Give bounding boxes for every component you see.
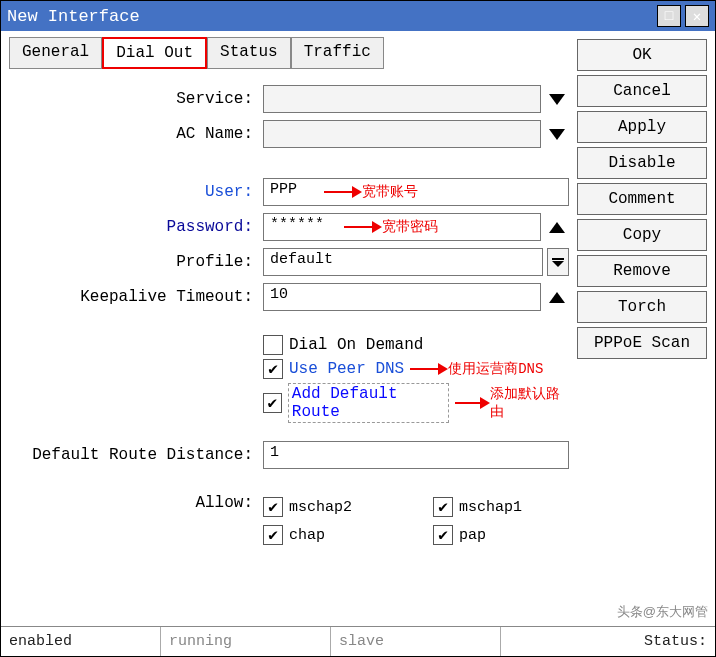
collapse-icon[interactable] [549, 222, 565, 233]
service-field[interactable] [263, 85, 541, 113]
combo-icon[interactable] [547, 248, 569, 276]
window-title: New Interface [7, 7, 657, 26]
password-label: Password: [9, 218, 263, 236]
collapse-icon[interactable] [549, 292, 565, 303]
remove-button[interactable]: Remove [577, 255, 707, 287]
mschap1-checkbox[interactable]: ✔ [433, 497, 453, 517]
user-field[interactable]: PPP 宽带账号 [263, 178, 569, 206]
acname-field[interactable] [263, 120, 541, 148]
tab-bar: General Dial Out Status Traffic [9, 37, 569, 69]
status-enabled: enabled [1, 627, 161, 656]
mschap1-label: mschap1 [459, 499, 522, 516]
use-peer-dns-label: Use Peer DNS [289, 360, 404, 378]
apply-button[interactable]: Apply [577, 111, 707, 143]
default-route-distance-label: Default Route Distance: [9, 446, 263, 464]
profile-label: Profile: [9, 253, 263, 271]
window: New Interface □ ✕ General Dial Out Statu… [0, 0, 716, 657]
use-peer-dns-checkbox[interactable]: ✔ [263, 359, 283, 379]
keepalive-label: Keepalive Timeout: [9, 288, 263, 306]
mschap2-checkbox[interactable]: ✔ [263, 497, 283, 517]
cancel-button[interactable]: Cancel [577, 75, 707, 107]
password-field[interactable]: ****** 宽带密码 [263, 213, 541, 241]
dropdown-icon[interactable] [549, 94, 565, 105]
mschap2-label: mschap2 [289, 499, 352, 516]
annotation-user: 宽带账号 [362, 183, 418, 201]
minimize-button[interactable]: □ [657, 5, 681, 27]
user-label: User: [9, 183, 263, 201]
annotation-dns: 使用运营商DNS [448, 360, 543, 378]
add-default-route-checkbox[interactable]: ✔ [263, 393, 282, 413]
status-slave: slave [331, 627, 501, 656]
status-running: running [161, 627, 331, 656]
dial-on-demand-checkbox[interactable] [263, 335, 283, 355]
copy-button[interactable]: Copy [577, 219, 707, 251]
chap-label: chap [289, 527, 325, 544]
default-route-distance-field[interactable]: 1 [263, 441, 569, 469]
pppoe-scan-button[interactable]: PPPoE Scan [577, 327, 707, 359]
pap-label: pap [459, 527, 486, 544]
button-panel: OK Cancel Apply Disable Comment Copy Rem… [577, 37, 707, 624]
status-label: Status: [636, 627, 715, 656]
add-default-route-label: Add Default Route [288, 383, 449, 423]
chap-checkbox[interactable]: ✔ [263, 525, 283, 545]
keepalive-field[interactable]: 10 [263, 283, 541, 311]
acname-label: AC Name: [9, 125, 263, 143]
tab-dial-out[interactable]: Dial Out [102, 37, 207, 69]
ok-button[interactable]: OK [577, 39, 707, 71]
close-button[interactable]: ✕ [685, 5, 709, 27]
annotation-password: 宽带密码 [382, 218, 438, 236]
statusbar: enabled running slave Status: [1, 626, 715, 656]
dropdown-icon[interactable] [549, 129, 565, 140]
annotation-route: 添加默认路由 [490, 385, 569, 421]
profile-field[interactable]: default [263, 248, 543, 276]
pap-checkbox[interactable]: ✔ [433, 525, 453, 545]
dial-on-demand-label: Dial On Demand [289, 336, 423, 354]
tab-status[interactable]: Status [207, 37, 291, 69]
service-label: Service: [9, 90, 263, 108]
tab-traffic[interactable]: Traffic [291, 37, 384, 69]
form: Service: AC Name: User: [9, 75, 569, 624]
comment-button[interactable]: Comment [577, 183, 707, 215]
disable-button[interactable]: Disable [577, 147, 707, 179]
allow-label: Allow: [9, 492, 263, 512]
titlebar: New Interface □ ✕ [1, 1, 715, 31]
tab-general[interactable]: General [9, 37, 102, 69]
watermark: 头条@东大网管 [617, 603, 708, 621]
torch-button[interactable]: Torch [577, 291, 707, 323]
